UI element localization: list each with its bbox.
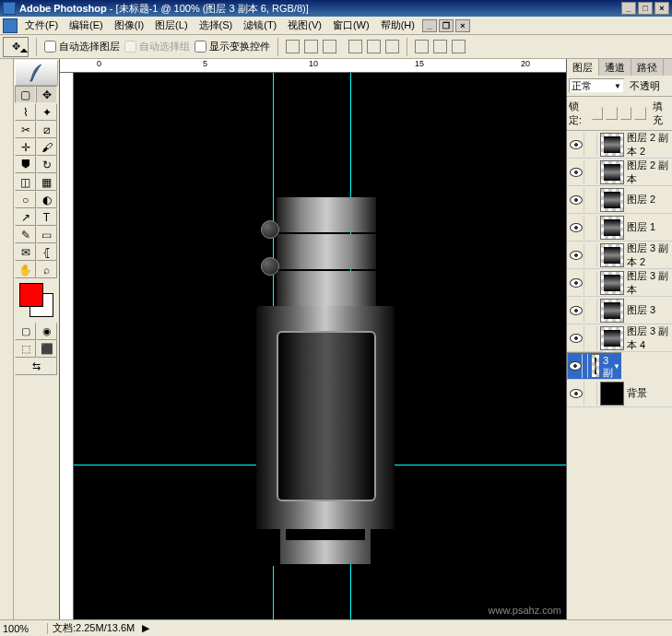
eyedropper-tool[interactable]: ⦃ [36, 243, 57, 261]
link-cell[interactable] [584, 271, 597, 295]
blur-tool[interactable]: ○ [15, 191, 36, 208]
move-tool-icon[interactable]: ✥ [3, 37, 29, 57]
lock-all[interactable] [634, 107, 645, 120]
close-button[interactable]: × [654, 2, 669, 15]
menu-image[interactable]: 图像(I) [109, 17, 149, 34]
layer-name[interactable]: 图层 3 副本 4 [627, 324, 671, 352]
layer-thumbnail[interactable] [591, 354, 600, 378]
distribute-icon[interactable] [415, 40, 429, 53]
menu-help[interactable]: 帮助(H) [375, 17, 420, 34]
layer-thumbnail[interactable] [600, 188, 624, 212]
distribute-icon[interactable] [452, 40, 466, 53]
crop-tool[interactable]: ✂ [15, 121, 36, 138]
canvas[interactable] [74, 73, 566, 619]
layer-thumbnail[interactable] [600, 160, 624, 184]
marquee-tool[interactable]: ▢ [15, 86, 36, 103]
link-cell[interactable] [584, 160, 597, 184]
wand-tool[interactable]: ✦ [36, 103, 57, 121]
visibility-icon[interactable] [568, 133, 584, 157]
pen-tool[interactable]: ✎ [15, 226, 36, 243]
align-icon[interactable] [348, 40, 362, 53]
lock-pixels[interactable] [606, 107, 617, 120]
lock-position[interactable] [620, 107, 631, 120]
layer-row[interactable]: 图层 3 副本 2 [567, 241, 672, 269]
foreground-color[interactable] [19, 283, 43, 307]
link-cell[interactable] [583, 354, 588, 378]
layer-thumbnail[interactable] [600, 271, 624, 295]
link-cell[interactable] [584, 133, 597, 157]
layer-row[interactable]: 图层 1 [567, 214, 672, 241]
layer-row[interactable]: 图层 3 副本 [567, 269, 672, 297]
layer-name[interactable]: 图层 3 副本 [627, 269, 671, 297]
notes-tool[interactable]: ✉ [15, 243, 36, 261]
jump-button[interactable]: ⇆ [15, 358, 57, 375]
visibility-icon[interactable] [568, 188, 584, 212]
brush-tool[interactable]: 🖌 [36, 138, 57, 156]
blend-mode-select[interactable]: 正常 [569, 78, 624, 93]
screen-mode-1[interactable]: ⬚ [15, 340, 36, 358]
layer-thumbnail[interactable] [600, 326, 624, 350]
tab-layers[interactable]: 图层 [567, 59, 599, 76]
maximize-button[interactable]: □ [638, 2, 653, 15]
align-icon[interactable] [323, 40, 336, 53]
visibility-icon[interactable] [568, 216, 584, 240]
link-cell[interactable] [584, 299, 597, 323]
layer-row[interactable]: 背景 [567, 380, 672, 407]
move-tool[interactable]: ✥ [36, 86, 57, 103]
align-icon[interactable] [286, 40, 300, 53]
show-transform-checkbox[interactable]: 显示变换控件 [195, 40, 270, 53]
tab-channels[interactable]: 通道 [599, 59, 631, 76]
layer-row[interactable]: 图层 2 副本 [567, 159, 672, 186]
quickmask-mode[interactable]: ◉ [36, 323, 57, 340]
visibility-icon[interactable] [568, 299, 584, 323]
link-cell[interactable] [584, 188, 597, 212]
eraser-tool[interactable]: ◫ [15, 173, 36, 191]
visibility-icon[interactable] [568, 326, 584, 350]
type-tool[interactable]: T [36, 208, 57, 226]
menu-select[interactable]: 选择(S) [194, 17, 239, 34]
auto-select-group-checkbox[interactable]: 自动选择组 [124, 40, 190, 53]
link-cell[interactable] [584, 216, 597, 240]
color-swatch[interactable] [15, 278, 58, 320]
layer-row[interactable]: 图层 2 副本 2 [567, 131, 672, 159]
link-cell[interactable] [584, 382, 597, 406]
dodge-tool[interactable]: ◐ [36, 191, 57, 208]
visibility-icon[interactable] [568, 160, 584, 184]
layer-thumbnail[interactable] [600, 382, 624, 406]
layer-row[interactable]: 图层 3 [567, 297, 672, 324]
zoom-tool[interactable]: ⌕ [36, 261, 57, 278]
visibility-icon[interactable] [568, 271, 584, 295]
path-tool[interactable]: ↗ [15, 208, 36, 226]
lasso-tool[interactable]: ⌇ [15, 103, 36, 121]
gradient-tool[interactable]: ▦ [36, 173, 57, 191]
visibility-icon[interactable] [568, 243, 584, 267]
lock-transparency[interactable] [592, 107, 603, 120]
heal-tool[interactable]: ✛ [15, 138, 36, 156]
menu-filter[interactable]: 滤镜(T) [238, 17, 282, 34]
layer-thumbnail[interactable] [600, 243, 624, 267]
slice-tool[interactable]: ⧄ [36, 121, 57, 138]
layer-row[interactable]: 图层 3 副本 4 [567, 324, 672, 352]
align-icon[interactable] [367, 40, 381, 53]
layer-name[interactable]: 图层 1 [627, 220, 671, 234]
layer-thumbnail[interactable] [600, 299, 624, 323]
layer-name[interactable]: 图层 3 [627, 303, 671, 317]
history-brush-tool[interactable]: ↻ [36, 156, 57, 173]
layer-name[interactable]: 图层 3 副本 2 [627, 241, 671, 269]
layer-name[interactable]: 图层 2 [627, 193, 671, 206]
tab-paths[interactable]: 路径 [631, 59, 664, 76]
align-icon[interactable] [385, 40, 399, 53]
menu-view[interactable]: 视图(V) [282, 17, 327, 34]
menu-file[interactable]: 文件(F) [19, 17, 64, 34]
auto-select-layer-checkbox[interactable]: 自动选择图层 [44, 40, 120, 53]
doc-close-button[interactable]: × [455, 19, 470, 32]
layer-row[interactable]: 图层 2 [567, 186, 672, 214]
stamp-tool[interactable]: ⛊ [15, 156, 36, 173]
link-cell[interactable] [584, 243, 597, 267]
standard-mode[interactable]: ▢ [15, 323, 36, 340]
zoom-value[interactable]: 100% [0, 623, 48, 634]
menu-layer[interactable]: 图层(L) [149, 17, 193, 34]
link-cell[interactable] [584, 326, 597, 350]
align-icon[interactable] [304, 40, 318, 53]
layer-row[interactable]: 图层 3 副本 6 [567, 352, 622, 380]
